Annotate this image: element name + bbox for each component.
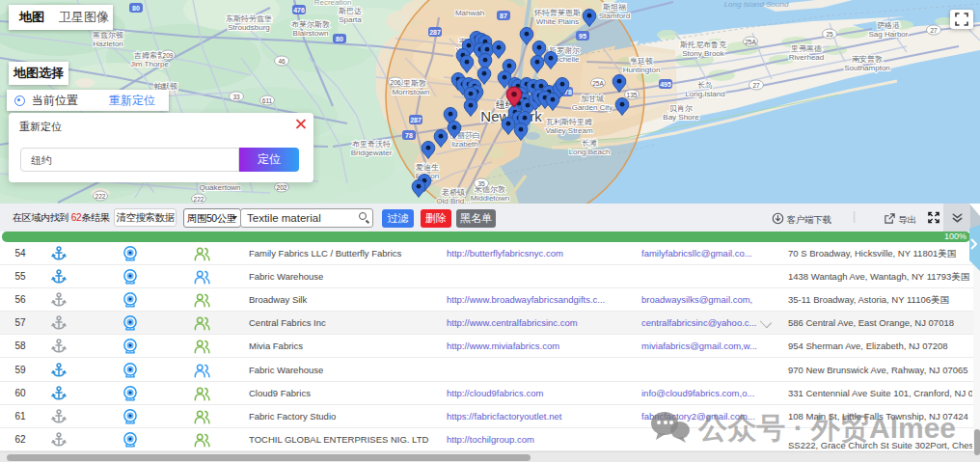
svg-text:Old Brid...: Old Brid... — [436, 197, 471, 204]
svg-text:长滩: 长滩 — [582, 139, 597, 148]
svg-text:25A: 25A — [592, 80, 604, 87]
svg-text:495: 495 — [660, 81, 671, 88]
svg-text:80: 80 — [336, 36, 343, 42]
svg-text:Southampton: Southampton — [844, 64, 890, 72]
svg-text:46: 46 — [278, 58, 286, 65]
svg-text:贝肖尔: 贝肖尔 — [669, 104, 693, 113]
svg-text:Middletown: Middletown — [471, 194, 509, 203]
svg-text:95: 95 — [579, 33, 586, 40]
svg-text:老桥镇: 老桥镇 — [441, 188, 465, 197]
svg-text:78: 78 — [405, 132, 413, 139]
svg-text:27: 27 — [752, 82, 760, 89]
svg-text:Long Beach: Long Beach — [569, 148, 611, 156]
svg-text:White Plains: White Plains — [536, 17, 579, 26]
svg-text:33: 33 — [232, 94, 240, 100]
svg-text:Garden City: Garden City — [572, 103, 613, 112]
svg-text:87: 87 — [500, 13, 507, 19]
svg-text:222: 222 — [194, 196, 204, 203]
svg-text:lizabeth: lizabeth — [451, 140, 478, 149]
svg-text:亨廷顿: 亨廷顿 — [630, 57, 653, 66]
svg-text:长岛: 长岛 — [697, 81, 713, 90]
svg-text:东斯特劳兹堡: 东斯特劳兹堡 — [226, 14, 272, 23]
svg-text:209: 209 — [163, 52, 174, 59]
svg-text:里弗黑德: 里弗黑德 — [791, 44, 822, 53]
svg-text:Jim Thorpe: Jim Thorpe — [130, 60, 169, 68]
svg-text:135: 135 — [627, 92, 638, 98]
svg-text:Sag Harbor: Sag Harbor — [869, 30, 909, 39]
svg-text:Bay Shore: Bay Shore — [663, 113, 699, 122]
svg-text:80: 80 — [132, 5, 140, 12]
svg-text:Bridgewater: Bridgewater — [351, 149, 393, 157]
svg-text:爱迪生: 爱迪生 — [416, 163, 439, 172]
svg-text:Mahwah: Mahwah — [455, 9, 484, 17]
svg-text:斯坦福: 斯坦福 — [603, 3, 626, 12]
svg-text:斯托尼布鲁克: 斯托尼布鲁克 — [680, 41, 727, 49]
svg-text:Huntington: Huntington — [623, 66, 661, 74]
svg-text:Stamford: Stamford — [599, 12, 630, 20]
svg-text:35: 35 — [477, 180, 485, 187]
svg-text:25A: 25A — [745, 39, 756, 45]
svg-text:瓦利斯特里姆: 瓦利斯特里姆 — [546, 118, 592, 126]
svg-text:布里奇沃特: 布里奇沃特 — [352, 140, 391, 149]
svg-text:476: 476 — [293, 7, 305, 14]
svg-text:Long Island: Long Island — [685, 90, 724, 98]
svg-text:加甘城: 加甘城 — [581, 95, 604, 103]
svg-text:287: 287 — [410, 117, 422, 123]
svg-text:287: 287 — [429, 29, 441, 36]
svg-text:202: 202 — [277, 184, 287, 191]
svg-text:222: 222 — [95, 193, 106, 200]
svg-text:Valley Stream: Valley Stream — [545, 126, 593, 135]
svg-text:南安普敦: 南安普敦 — [852, 55, 883, 64]
svg-text:怀特普莱恩斯: 怀特普莱恩斯 — [533, 9, 581, 17]
svg-text:Stony Brook: Stony Brook — [682, 49, 725, 58]
svg-text:206: 206 — [391, 79, 401, 86]
svg-text:Blairstown: Blairstown — [293, 29, 329, 38]
svg-text:611: 611 — [262, 97, 273, 104]
svg-text:Quakertown: Quakertown — [199, 183, 240, 192]
svg-text:Morristown: Morristown — [392, 88, 429, 96]
svg-text:Riverhead: Riverhead — [789, 53, 824, 62]
svg-text:Stroudsburg: Stroudsburg — [228, 23, 270, 32]
svg-text:25: 25 — [826, 31, 833, 38]
svg-text:27: 27 — [930, 27, 938, 34]
svg-text:布莱尔斯敦: 布莱尔斯敦 — [291, 20, 330, 29]
svg-text:萨格港: 萨格港 — [877, 21, 900, 30]
svg-text:黑兹尔顿: 黑兹尔顿 — [93, 31, 123, 40]
svg-text:Sparta: Sparta — [339, 15, 362, 24]
svg-text:Hazleton: Hazleton — [93, 40, 123, 48]
svg-text:Long Island Sound: Long Island Sound — [724, 0, 789, 9]
svg-text:Recreation: Recreation — [314, 0, 352, 7]
svg-text:斯巴达: 斯巴达 — [339, 7, 362, 15]
